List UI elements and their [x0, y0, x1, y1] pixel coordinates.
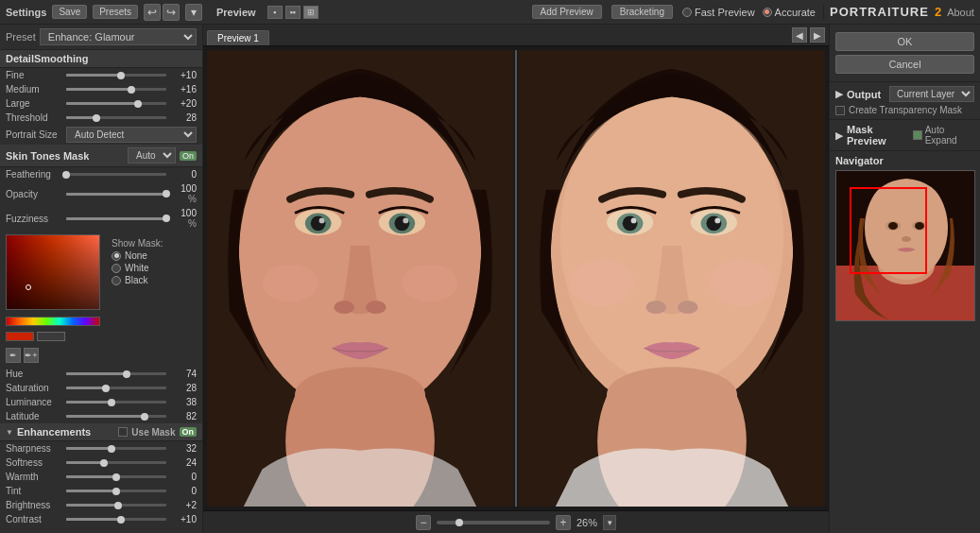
fast-preview-option[interactable]: Fast Preview	[682, 7, 755, 18]
mask-black-option[interactable]: Black	[112, 275, 163, 285]
dropper-plus-icon[interactable]: ✒+	[24, 348, 39, 363]
use-mask-checkbox[interactable]	[118, 427, 128, 437]
medium-slider[interactable]	[66, 88, 166, 91]
mask-preview-header[interactable]: ▶ Mask Preview Auto Expand	[835, 124, 974, 146]
feathering-label: Feathering	[6, 169, 62, 180]
preview-image-left-inner	[207, 50, 513, 507]
zoom-dropdown-button[interactable]: ▾	[603, 515, 616, 530]
bracketing-button[interactable]: Bracketing	[611, 5, 673, 19]
zoom-percentage: 26%	[576, 517, 597, 528]
mask-none-option[interactable]: None	[112, 250, 163, 261]
luminance-slider[interactable]	[66, 401, 166, 404]
ok-button[interactable]: OK	[835, 32, 974, 51]
threshold-label: Threshold	[6, 112, 62, 123]
fine-label: Fine	[6, 70, 62, 80]
fuzziness-slider[interactable]	[66, 217, 166, 220]
preview-bar: Preview ▪ ▪▪ ⊞ Add Preview Bracketing Fa…	[209, 5, 823, 19]
transparency-mask-row: Create Transparency Mask	[835, 105, 974, 115]
portrait-size-select[interactable]: Auto Detect	[66, 127, 197, 143]
output-layer-select[interactable]: Current Layer	[889, 86, 974, 102]
skin-tones-title: Skin Tones Mask	[6, 150, 89, 162]
preview-area: Preview 1 ◀ ▶	[203, 25, 829, 533]
feathering-slider[interactable]	[66, 173, 166, 176]
opacity-label: Opacity	[6, 189, 62, 199]
opacity-slider[interactable]	[66, 193, 166, 196]
saturation-label: Saturation	[6, 383, 62, 393]
medium-label: Medium	[6, 84, 62, 95]
svg-point-24	[623, 215, 638, 231]
brightness-slider-row: Brightness +2	[0, 498, 202, 512]
preview-image-left[interactable]	[207, 50, 513, 507]
saturation-slider[interactable]	[66, 387, 166, 389]
view-grid-icon[interactable]: ⊞	[303, 6, 318, 19]
add-preview-button[interactable]: Add Preview	[532, 5, 602, 19]
mask-white-label: White	[125, 263, 149, 273]
undo-button[interactable]: ↩	[144, 4, 161, 21]
color-picker-column: ✒ ✒+	[6, 234, 100, 363]
svg-point-25	[706, 215, 721, 231]
zoom-slider[interactable]	[437, 521, 550, 524]
threshold-value: 28	[170, 112, 197, 123]
about-link[interactable]: About	[947, 7, 974, 18]
zoom-in-button[interactable]: +	[556, 515, 571, 530]
auto-expand-checkbox[interactable]	[913, 130, 921, 140]
mask-preview-section: ▶ Mask Preview Auto Expand	[830, 120, 980, 151]
large-slider[interactable]	[66, 102, 166, 105]
saturation-value: 28	[170, 383, 197, 393]
left-panel: Preset Enhance: Glamour DetailSmoothing …	[0, 25, 203, 533]
fine-slider[interactable]	[66, 74, 166, 77]
next-button[interactable]: ▶	[810, 27, 825, 43]
zoom-out-button[interactable]: −	[416, 515, 431, 530]
enhancements-triangle: ▼	[6, 428, 13, 437]
top-bar: Settings Save Presets ↩ ↪ ▾ Preview ▪ ▪▪…	[0, 0, 980, 25]
redo-button[interactable]: ↪	[163, 4, 180, 21]
fuzziness-value: 100 %	[170, 208, 197, 229]
portraiture-version: 2	[935, 5, 941, 19]
color-bar[interactable]	[6, 317, 100, 326]
show-mask-label: Show Mask:	[112, 238, 163, 249]
ok-cancel-area: OK Cancel	[830, 25, 980, 82]
auto-select[interactable]: Auto	[128, 147, 176, 163]
view-single-icon[interactable]: ▪	[267, 6, 283, 19]
preview-image-right[interactable]	[519, 50, 825, 507]
preset-select[interactable]: Enhance: Glamour	[40, 28, 197, 45]
warmth-slider-row: Warmth 0	[0, 470, 202, 484]
hue-value: 74	[170, 369, 197, 379]
preset-row: Preset Enhance: Glamour	[0, 25, 202, 50]
preview-tab-1[interactable]: Preview 1	[207, 30, 269, 45]
tint-slider[interactable]	[66, 490, 166, 492]
mask-black-radio	[112, 276, 121, 285]
dropper-icon[interactable]: ✒	[6, 348, 21, 363]
contrast-slider-row: Contrast +10	[0, 512, 202, 526]
tint-label: Tint	[6, 486, 62, 496]
menu-down-button[interactable]: ▾	[185, 4, 202, 21]
sharpness-slider[interactable]	[66, 447, 166, 450]
contrast-slider[interactable]	[66, 518, 166, 521]
transparency-mask-checkbox[interactable]	[835, 106, 845, 115]
color-swatch-1[interactable]	[6, 332, 34, 341]
large-value: +20	[170, 98, 197, 109]
mask-white-option[interactable]: White	[112, 263, 163, 273]
color-picker-box[interactable]	[6, 234, 100, 310]
cancel-button[interactable]: Cancel	[835, 55, 974, 74]
save-button[interactable]: Save	[52, 5, 87, 19]
latitude-slider[interactable]	[66, 415, 166, 418]
color-swatch-2[interactable]	[37, 332, 65, 341]
prev-button[interactable]: ◀	[792, 27, 807, 43]
softness-slider[interactable]	[66, 461, 166, 464]
brightness-slider[interactable]	[66, 504, 166, 507]
presets-button[interactable]: Presets	[93, 5, 138, 19]
view-double-icon[interactable]: ▪▪	[285, 6, 301, 19]
svg-point-39	[888, 222, 898, 230]
mask-preview-title: Mask Preview	[847, 124, 909, 146]
brightness-value: +2	[170, 500, 197, 510]
accurate-option[interactable]: Accurate	[763, 7, 816, 18]
hue-slider[interactable]	[66, 372, 166, 375]
threshold-slider[interactable]	[66, 116, 166, 119]
warmth-slider[interactable]	[66, 475, 166, 478]
mask-none-label: None	[125, 250, 147, 261]
portrait-size-row: Portrait Size Auto Detect	[0, 125, 202, 145]
detail-smoothing-title: DetailSmoothing	[6, 53, 88, 64]
svg-point-8	[394, 215, 409, 231]
large-slider-row: Large +20	[0, 96, 202, 111]
